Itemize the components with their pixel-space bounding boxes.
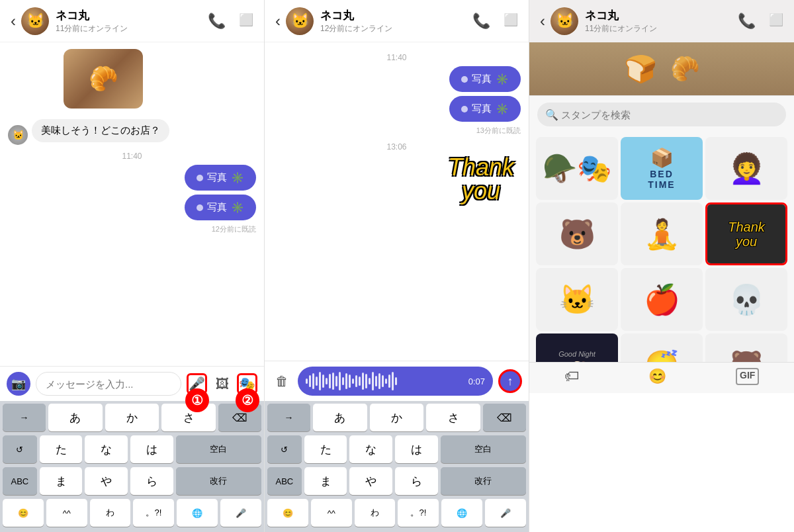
sticker-search-input[interactable]	[537, 103, 786, 126]
back-button-3[interactable]: ‹	[540, 12, 545, 30]
kb2-row-1: → あ か さ ⌫	[265, 401, 529, 433]
image-button-1[interactable]: 🖼	[212, 373, 232, 394]
kb-key-punct[interactable]: 。?!	[133, 499, 174, 527]
kb2-key-ha[interactable]: は	[395, 435, 438, 463]
call-icon-3[interactable]: 📞	[738, 13, 756, 30]
kb-key-undo[interactable]: ↺	[3, 435, 37, 463]
kb2-key-hat[interactable]: ^^	[311, 499, 352, 527]
messages-area-1: 🥐 🐱 美味しそう！どこのお店？ 11:40 写真 ✳️ 写真 ✳️ 12分前に…	[0, 42, 264, 366]
kb-key-emoji[interactable]: 😊	[3, 499, 44, 527]
kb2-row-3: ABC ま や ら 改行	[265, 465, 529, 496]
kb2-key-emoji[interactable]: 😊	[267, 499, 308, 527]
kb2-key-arrow[interactable]: →	[267, 404, 310, 431]
sticker-tab-sticker[interactable]: 🏷	[564, 368, 579, 385]
contact-name-3: ネコ丸	[585, 8, 738, 23]
image-icon-1: 🖼	[216, 377, 229, 392]
sticker-skeleton[interactable]: 💀	[705, 268, 787, 331]
kb2-key-ra[interactable]: ら	[395, 467, 438, 495]
sticker-woman[interactable]: 👩‍🦱	[705, 137, 787, 200]
input-bar-1: 📷 🎤 ① 🖼 🎭 ②	[0, 366, 264, 401]
message-input-1[interactable]	[36, 372, 181, 396]
kb-key-na[interactable]: な	[85, 435, 128, 463]
msg-row-received-1: 🐱 美味しそう！どこのお店？	[8, 119, 256, 145]
sticker-cat-wave[interactable]: 🐱	[536, 268, 618, 331]
kb-key-mic-kb[interactable]: 🎤	[220, 499, 261, 527]
kb2-key-a[interactable]: あ	[313, 404, 367, 431]
sticker-goodnight[interactable]: Good Night 🐶	[536, 333, 618, 362]
kb-key-globe[interactable]: 🌐	[177, 499, 218, 527]
sticker-pooh[interactable]: 🐻	[536, 202, 618, 265]
kb-key-a[interactable]: あ	[48, 404, 103, 431]
messages-area-2: 11:40 写真 ✳️ 写真 ✳️ 13分前に既読 13:06 Thankyou	[265, 42, 529, 361]
call-icon-2[interactable]: 📞	[472, 13, 490, 30]
sticker-hugs[interactable]: 🐻	[705, 333, 787, 362]
kb2-key-wa[interactable]: わ	[355, 499, 396, 527]
kb2-key-mic-kb[interactable]: 🎤	[485, 499, 526, 527]
kb2-key-ya[interactable]: や	[349, 467, 392, 495]
camera-dot-2	[197, 204, 203, 211]
avatar-2: 🐱	[286, 7, 314, 35]
kb-key-abc[interactable]: ABC	[3, 467, 37, 495]
header-info-1: ネコ丸 11分前にオンライン	[56, 8, 208, 34]
kb2-key-space[interactable]: 空白	[441, 435, 526, 463]
video-icon-3[interactable]: ⬜	[769, 13, 783, 30]
kb-key-ka[interactable]: か	[105, 404, 159, 431]
video-icon-2[interactable]: ⬜	[504, 13, 518, 30]
kb2-key-undo[interactable]: ↺	[267, 435, 302, 463]
kb2-key-globe[interactable]: 🌐	[441, 499, 482, 527]
mic-button-1[interactable]: 🎤 ①	[187, 373, 207, 394]
back-button-2[interactable]: ‹	[275, 12, 281, 30]
sticker-button-1[interactable]: 🎭 ②	[237, 373, 257, 394]
sticker-bedtime[interactable]: 📦 BED TIME	[621, 137, 703, 200]
photo-msg-out-3: 写真 ✳️	[449, 66, 521, 92]
kb2-key-enter[interactable]: 改行	[441, 467, 526, 495]
waveform-bars	[306, 371, 463, 391]
header-icons-1: 📞 ⬜	[208, 13, 253, 30]
sticker-tabs: 🏷 😊 GIF	[529, 362, 794, 393]
sticker-picker: 🔍 🪖🎭 📦 BED TIME 👩‍🦱 🐻	[529, 95, 794, 393]
kb2-key-ta[interactable]: た	[304, 435, 347, 463]
kb-key-space[interactable]: 空白	[176, 435, 261, 463]
sticker-soldier[interactable]: 🪖🎭	[536, 137, 618, 200]
kb2-key-backspace[interactable]: ⌫	[483, 404, 526, 431]
delete-recording-button[interactable]: 🗑	[271, 371, 292, 392]
read-status-1: 12分前に既読	[8, 224, 256, 234]
kb-key-ya[interactable]: や	[85, 467, 128, 495]
contact-status-2: 12分前にオンライン	[320, 23, 472, 34]
camera-dot-3	[461, 76, 468, 83]
video-icon-1[interactable]: ⬜	[239, 13, 253, 30]
sticker-tab-emoji[interactable]: 😊	[648, 368, 666, 385]
send-voice-button[interactable]: ↑	[498, 369, 522, 393]
keyboard-2: → あ か さ ⌫ ↺ た な は 空白 ABC ま や ら 改行 😊 ^^ わ…	[265, 401, 529, 532]
kb2-key-punct[interactable]: 。?!	[398, 499, 439, 527]
kb2-key-ma[interactable]: ま	[304, 467, 347, 495]
kb2-key-sa[interactable]: さ	[426, 404, 480, 431]
bread-image: 🥐	[64, 49, 143, 109]
kb-key-arrow[interactable]: →	[3, 404, 46, 431]
recording-time: 0:07	[468, 377, 485, 386]
kb-key-wa[interactable]: わ	[90, 499, 131, 527]
kb-key-ha[interactable]: は	[130, 435, 173, 463]
kb-row-2: ↺ た な は 空白	[0, 433, 264, 465]
sticker-search-icon: 🔍	[545, 109, 558, 121]
kb2-key-ka[interactable]: か	[370, 404, 424, 431]
kb-row-4: 😊 ^^ わ 。?! 🌐 🎤	[0, 496, 264, 532]
header-icons-2: 📞 ⬜	[472, 13, 518, 30]
kb-key-ta[interactable]: た	[40, 435, 83, 463]
sticker-apple-red[interactable]: 🍎	[621, 268, 703, 331]
camera-button-1[interactable]: 📷	[7, 372, 30, 396]
sticker-snore[interactable]: 😴	[621, 333, 703, 362]
kb-key-ma[interactable]: ま	[40, 467, 83, 495]
photo-msg-out-2: 写真 ✳️	[185, 195, 256, 220]
sticker-woman2[interactable]: 🧘	[621, 202, 703, 265]
sticker-tab-gif[interactable]: GIF	[736, 368, 759, 385]
kb2-key-na[interactable]: な	[349, 435, 392, 463]
call-icon-1[interactable]: 📞	[208, 13, 226, 30]
kb-key-hat[interactable]: ^^	[46, 499, 87, 527]
kb-key-enter[interactable]: 改行	[176, 467, 261, 495]
sticker-thankyou[interactable]: Thankyou	[705, 202, 787, 265]
kb-key-ra[interactable]: ら	[130, 467, 173, 495]
kb2-key-abc[interactable]: ABC	[267, 467, 302, 495]
back-button-1[interactable]: ‹	[11, 12, 16, 30]
kb2-row-4: 😊 ^^ わ 。?! 🌐 🎤	[265, 496, 529, 532]
